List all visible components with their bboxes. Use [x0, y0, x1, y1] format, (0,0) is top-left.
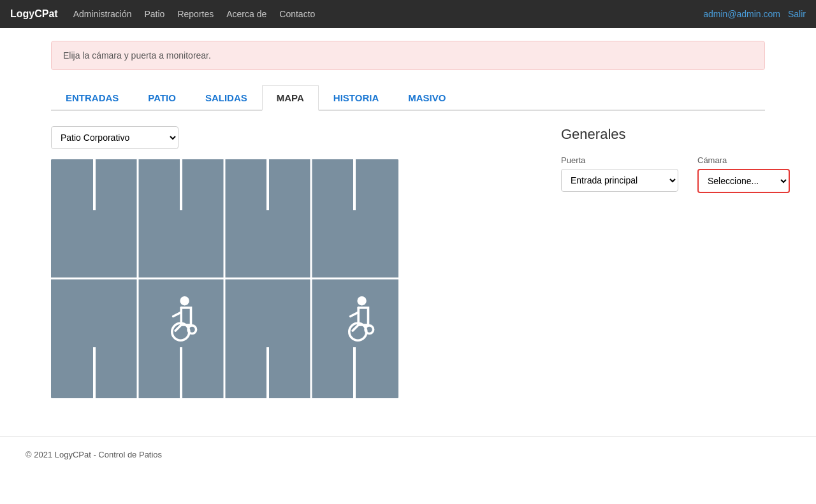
- svg-point-13: [180, 296, 189, 305]
- brand: LogyCPat: [10, 8, 58, 20]
- map-svg: [51, 159, 398, 398]
- parking-map: [51, 159, 398, 398]
- generales-title: Generales: [561, 126, 765, 143]
- form-row: Puerta Entrada principal Salida principa…: [561, 155, 765, 193]
- tab-salidas[interactable]: SALIDAS: [191, 85, 262, 110]
- right-panel: Generales Puerta Entrada principal Salid…: [561, 126, 765, 398]
- tab-entradas[interactable]: ENTRADAS: [51, 85, 133, 110]
- left-panel: Patio Corporativo Patio Norte Patio Sur: [51, 126, 536, 398]
- puerta-select[interactable]: Entrada principal Salida principal Entra…: [561, 169, 678, 192]
- nav-reportes[interactable]: Reportes: [177, 9, 214, 19]
- patio-select[interactable]: Patio Corporativo Patio Norte Patio Sur: [51, 126, 178, 149]
- nav-email: admin@admin.com: [703, 9, 780, 19]
- alert-message: Elija la cámara y puerta a monitorear.: [63, 50, 211, 61]
- puerta-group: Puerta Entrada principal Salida principa…: [561, 155, 678, 192]
- nav-contacto[interactable]: Contacto: [279, 9, 315, 19]
- nav-acerca-de[interactable]: Acerca de: [226, 9, 266, 19]
- footer: © 2021 LogyCPat - Control de Patios: [0, 436, 816, 472]
- camara-group: Cámara Seleccione... Cámara 1 Cámara 2 C…: [697, 155, 790, 193]
- nav-links: Administración Patio Reportes Acerca de …: [73, 9, 704, 19]
- nav-patio[interactable]: Patio: [145, 9, 165, 19]
- camara-label: Cámara: [697, 155, 790, 165]
- footer-text: © 2021 LogyCPat - Control de Patios: [26, 450, 162, 459]
- tab-historia[interactable]: HISTORIA: [319, 85, 393, 110]
- main-container: Elija la cámara y puerta a monitorear. E…: [26, 28, 790, 411]
- camara-select[interactable]: Seleccione... Cámara 1 Cámara 2 Cámara 3: [697, 169, 790, 193]
- tabs-bar: ENTRADAS PATIO SALIDAS MAPA HISTORIA MAS…: [51, 85, 765, 111]
- tab-masivo[interactable]: MASIVO: [393, 85, 460, 110]
- nav-right: admin@admin.com Salir: [703, 9, 806, 19]
- content-area: Patio Corporativo Patio Norte Patio Sur: [51, 126, 765, 398]
- nav-administracion[interactable]: Administración: [73, 9, 132, 19]
- alert-banner: Elija la cámara y puerta a monitorear.: [51, 41, 765, 70]
- svg-point-16: [357, 296, 366, 305]
- puerta-label: Puerta: [561, 155, 678, 165]
- tab-patio[interactable]: PATIO: [133, 85, 191, 110]
- patio-select-wrap: Patio Corporativo Patio Norte Patio Sur: [51, 126, 536, 149]
- nav-logout[interactable]: Salir: [788, 9, 806, 19]
- tab-mapa[interactable]: MAPA: [262, 85, 319, 111]
